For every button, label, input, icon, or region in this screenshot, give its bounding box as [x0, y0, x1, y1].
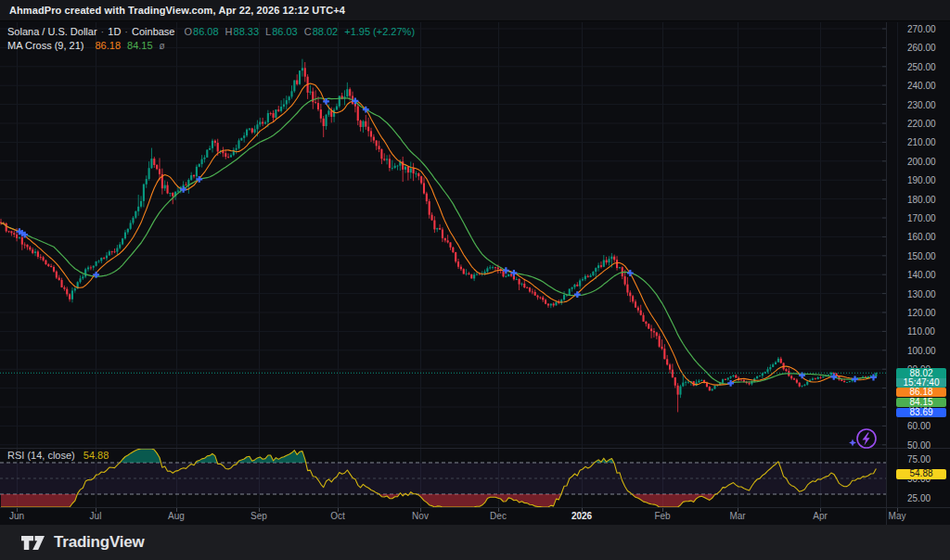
price-tick-label: 180.00 [907, 194, 936, 204]
price-tick-label: 270.00 [907, 24, 936, 34]
ohlc-values: O86.08 H88.33 L86.03 C88.02 +1.95 (+2.27… [185, 25, 416, 39]
ma-fast-line [1, 83, 876, 385]
time-tick-label: Feb [654, 511, 670, 521]
price-tick-label: 240.00 [907, 81, 936, 91]
price-tick-label: 220.00 [907, 119, 936, 129]
open-value: 86.08 [193, 26, 219, 37]
brand-name[interactable]: TradingView [54, 533, 145, 552]
time-tick-label: Aug [168, 511, 185, 521]
time-tick-label: May [889, 511, 906, 521]
time-tick-label: Jun [9, 511, 24, 521]
time-tick-label: Oct [330, 511, 345, 521]
price-tick-label: 60.00 [907, 421, 931, 431]
rsi-tick-label: 75.00 [907, 453, 931, 464]
price-tick-label: 130.00 [907, 288, 936, 299]
price-tick-label: 190.00 [907, 175, 936, 185]
price-tick-label: 260.00 [907, 43, 936, 53]
candles [0, 59, 877, 413]
symbol-row: Solana / U.S. Dollar · 1D · Coinbase O86… [7, 25, 415, 39]
time-tick-label: Dec [490, 511, 507, 521]
time-tick-label: Jul [90, 511, 102, 521]
indicator-name[interactable]: MA Cross [7, 39, 52, 53]
high-key: H [225, 26, 233, 37]
price-tick-label: 150.00 [907, 250, 936, 261]
high-value: 88.33 [234, 26, 260, 37]
open-key: O [185, 26, 193, 37]
last-price-badge: 88.02 15:47:40 [896, 368, 946, 388]
ma-cross-markers [17, 97, 877, 386]
brand-bar: TradingView [0, 525, 950, 560]
time-tick-label: Mar [729, 511, 745, 521]
chart-legend: Solana / U.S. Dollar · 1D · Coinbase O86… [7, 25, 415, 53]
sparkle-icon [849, 439, 856, 447]
rsi-legend: RSI (14, close) 54.88 [7, 450, 109, 461]
price-tick-label: 170.00 [907, 213, 936, 223]
price-tick-label: 100.00 [907, 345, 936, 355]
exchange-label[interactable]: Coinbase [132, 25, 174, 39]
symbol-title[interactable]: Solana / U.S. Dollar [7, 25, 97, 39]
price-tick-label: 200.00 [907, 156, 936, 166]
rsi-name[interactable]: RSI (14, close) [7, 450, 75, 461]
grid-lines [0, 22, 898, 507]
indicator-params: (9, 21) [55, 39, 84, 53]
time-tick-label: Nov [412, 511, 429, 521]
candle-countdown: 15:47:40 [896, 378, 946, 388]
cross-level-badge: 83.69 [896, 408, 946, 418]
low-key: L [265, 26, 271, 37]
separator-dot: · [124, 25, 128, 39]
rsi-tick-label: 25.00 [907, 493, 931, 503]
price-tick-label: 120.00 [907, 308, 936, 318]
lightning-bolt-icon [863, 433, 870, 446]
change-value: +1.95 (+2.27%) [344, 25, 415, 39]
ma-fast-badge: 86.18 [896, 388, 946, 398]
ma-slow-badge: 84.15 [896, 398, 946, 408]
ma-lines [1, 83, 876, 385]
boost-lightning-icon[interactable] [846, 425, 883, 454]
attribution-text: AhmadPro created with TradingView.com, A… [9, 5, 345, 16]
price-tick-label: 50.00 [907, 439, 931, 450]
close-key: C [304, 26, 312, 37]
indicator-row: MA Cross (9, 21) 86.18 84.15 ø [7, 39, 415, 53]
price-tick-label: 140.00 [907, 270, 936, 280]
price-tick-label: 230.00 [907, 99, 936, 109]
time-tick-label: 2026 [571, 511, 592, 521]
price-tick-label: 160.00 [907, 232, 936, 242]
chart-canvas[interactable] [0, 0, 950, 560]
separator-dot: · [101, 25, 105, 39]
price-tick-label: 250.00 [907, 61, 936, 71]
muted-eye-icon[interactable]: ø [160, 39, 165, 53]
price-tick-label: 210.00 [907, 137, 936, 147]
attribution-bar: AhmadPro created with TradingView.com, A… [0, 0, 950, 21]
ma-fast-value: 86.18 [95, 39, 121, 53]
close-value: 88.02 [313, 26, 339, 37]
ma-slow-value: 84.15 [127, 39, 153, 53]
ma-slow-line [1, 98, 876, 384]
low-value: 86.03 [272, 26, 298, 37]
tradingview-snapshot: AhmadPro created with TradingView.com, A… [0, 0, 950, 560]
rsi-value: 54.88 [83, 450, 109, 461]
time-tick-label: Apr [813, 511, 828, 521]
rsi-band [0, 463, 886, 494]
rsi-value-badge: 54.88 [896, 469, 946, 479]
price-tick-label: 110.00 [907, 326, 935, 337]
tradingview-logo-icon[interactable] [20, 535, 45, 551]
interval-label[interactable]: 1D [108, 25, 121, 39]
time-tick-label: Sep [250, 511, 267, 521]
